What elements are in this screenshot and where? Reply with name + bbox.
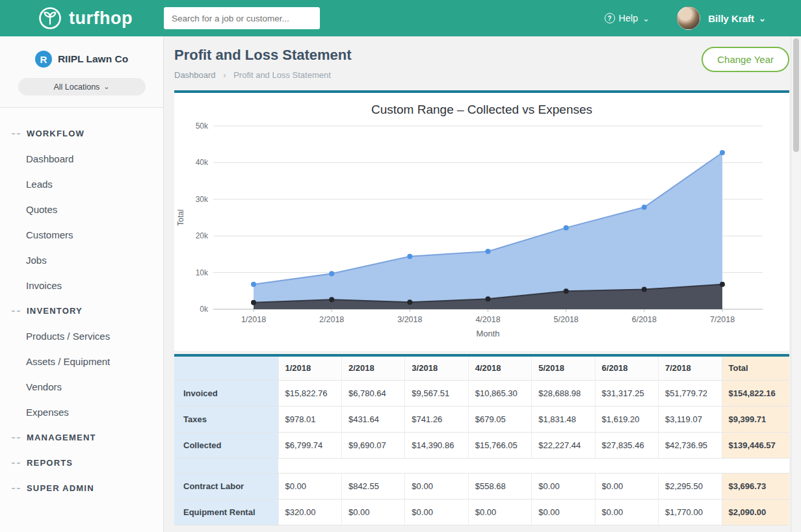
user-menu[interactable]: Billy Kraft ⌄ xyxy=(708,13,766,24)
value-cell: $1,831.48 xyxy=(532,406,595,432)
sidebar-section-reports[interactable]: REPORTS xyxy=(0,450,163,475)
sidebar-company-block: R RIIPL Lawn Co All Locations ⌄ xyxy=(0,36,163,108)
value-cell: $9,567.51 xyxy=(405,380,468,406)
row-label: Collected xyxy=(174,432,278,458)
spacer-cell xyxy=(405,458,468,473)
sidebar-item-products-services[interactable]: Products / Services xyxy=(0,323,163,349)
month-column-header: 6/2018 xyxy=(595,357,658,380)
spacer-cell xyxy=(595,458,658,473)
sidebar-item-quotes[interactable]: Quotes xyxy=(0,197,163,222)
svg-text:30k: 30k xyxy=(196,195,209,204)
row-label: Taxes xyxy=(174,406,278,432)
month-column-header: 3/2018 xyxy=(405,357,468,380)
section-label: WORKFLOW xyxy=(27,129,85,138)
svg-text:6/2018: 6/2018 xyxy=(632,315,657,324)
turfhop-sprout-icon xyxy=(38,6,62,31)
sidebar-item-leads[interactable]: Leads xyxy=(0,171,163,197)
spacer-cell xyxy=(722,458,789,473)
value-cell: $2,295.50 xyxy=(659,473,722,499)
chevron-down-icon: ⌄ xyxy=(103,82,109,91)
month-column-header: 2/2018 xyxy=(341,357,404,380)
value-cell: $0.00 xyxy=(341,499,404,525)
locations-dropdown[interactable]: All Locations ⌄ xyxy=(18,78,146,95)
month-column-header: 7/2018 xyxy=(659,357,722,380)
month-column-header: 5/2018 xyxy=(532,357,595,380)
spacer-cell xyxy=(278,458,341,473)
value-cell: $15,822.76 xyxy=(278,380,341,406)
spacer-cell xyxy=(468,458,531,473)
svg-text:Total: Total xyxy=(176,209,185,225)
sidebar-section-management[interactable]: MANAGEMENT xyxy=(0,425,163,450)
section-dash-icon xyxy=(12,488,20,489)
page-title: Profit and Loss Statement xyxy=(174,47,352,64)
breadcrumb-separator-icon: › xyxy=(223,70,226,80)
value-cell: $3,119.07 xyxy=(659,406,722,432)
value-cell: $42,736.95 xyxy=(659,432,722,458)
svg-text:0k: 0k xyxy=(200,305,209,314)
value-cell: $28,688.98 xyxy=(532,380,595,406)
help-menu[interactable]: ? Help ⌄ xyxy=(605,13,650,23)
section-dash-icon xyxy=(12,133,20,134)
row-label: Invoiced xyxy=(174,380,278,406)
sidebar-item-dashboard[interactable]: Dashboard xyxy=(0,146,163,171)
section-label: MANAGEMENT xyxy=(27,433,96,442)
table-row: Taxes$978.01$431.64$741.26$679.05$1,831.… xyxy=(174,406,789,432)
row-label: Equipment Rental xyxy=(174,499,278,525)
chevron-down-icon: ⌄ xyxy=(642,14,650,23)
value-cell: $431.64 xyxy=(341,406,404,432)
company-row[interactable]: R RIIPL Lawn Co xyxy=(10,51,153,68)
help-label: Help xyxy=(619,13,638,23)
section-label: SUPER ADMIN xyxy=(27,483,94,493)
locations-label: All Locations xyxy=(53,82,99,92)
sidebar-item-invoices[interactable]: Invoices xyxy=(0,273,163,298)
total-column-header: Total xyxy=(722,357,789,380)
total-cell: $3,696.73 xyxy=(722,473,789,499)
value-cell: $0.00 xyxy=(468,499,531,525)
row-label: Contract Labor xyxy=(174,473,278,499)
table-header-row: 1/20182/20183/20184/20185/20186/20187/20… xyxy=(174,357,789,380)
sidebar-item-customers[interactable]: Customers xyxy=(0,222,163,247)
app-logo[interactable]: turfhop xyxy=(0,6,164,31)
sidebar-section-super-admin[interactable]: SUPER ADMIN xyxy=(0,475,163,501)
change-year-button[interactable]: Change Year xyxy=(702,47,789,72)
scrollbar-thumb[interactable] xyxy=(793,38,799,152)
table-row: Invoiced$15,822.76$6,780.64$9,567.51$10,… xyxy=(174,380,789,406)
spacer-cell xyxy=(659,458,722,473)
sidebar-item-expenses[interactable]: Expenses xyxy=(0,399,163,425)
value-cell: $6,799.74 xyxy=(278,432,341,458)
value-cell: $0.00 xyxy=(405,473,468,499)
svg-text:10k: 10k xyxy=(196,268,209,277)
pl-table: 1/20182/20183/20184/20185/20186/20187/20… xyxy=(174,357,789,526)
sidebar-section-inventory[interactable]: INVENTORY xyxy=(0,298,163,323)
value-cell: $31,317.25 xyxy=(595,380,658,406)
value-cell: $10,865.30 xyxy=(468,380,531,406)
spacer-cell xyxy=(341,458,404,473)
sidebar-nav: WORKFLOWDashboardLeadsQuotesCustomersJob… xyxy=(0,108,163,501)
sidebar-item-jobs[interactable]: Jobs xyxy=(0,247,163,273)
sidebar: R RIIPL Lawn Co All Locations ⌄ WORKFLOW… xyxy=(0,36,164,532)
sidebar-item-assets-equipment[interactable]: Assets / Equipment xyxy=(0,349,163,374)
user-name: Billy Kraft xyxy=(708,13,754,24)
breadcrumb-dashboard[interactable]: Dashboard xyxy=(174,70,216,80)
sidebar-section-workflow[interactable]: WORKFLOW xyxy=(0,121,163,146)
value-cell: $22,227.44 xyxy=(532,432,595,458)
value-cell: $14,390.86 xyxy=(405,432,468,458)
month-column-header: 1/2018 xyxy=(278,357,341,380)
spacer-cell xyxy=(532,458,595,473)
value-cell: $1,770.00 xyxy=(659,499,722,525)
company-avatar: R xyxy=(35,51,52,68)
user-avatar[interactable] xyxy=(677,6,700,30)
svg-text:2/2018: 2/2018 xyxy=(319,315,344,324)
svg-text:40k: 40k xyxy=(196,158,209,167)
svg-text:1/2018: 1/2018 xyxy=(241,315,266,324)
help-icon: ? xyxy=(605,13,615,23)
value-cell: $0.00 xyxy=(532,499,595,525)
total-cell: $139,446.57 xyxy=(722,432,789,458)
vertical-scrollbar[interactable] xyxy=(791,36,801,532)
value-cell: $320.00 xyxy=(278,499,341,525)
global-search-input[interactable] xyxy=(164,7,320,29)
total-cell: $2,090.00 xyxy=(722,499,789,525)
sidebar-item-vendors[interactable]: Vendors xyxy=(0,374,163,399)
value-cell: $741.26 xyxy=(405,406,468,432)
svg-text:5/2018: 5/2018 xyxy=(554,315,579,324)
